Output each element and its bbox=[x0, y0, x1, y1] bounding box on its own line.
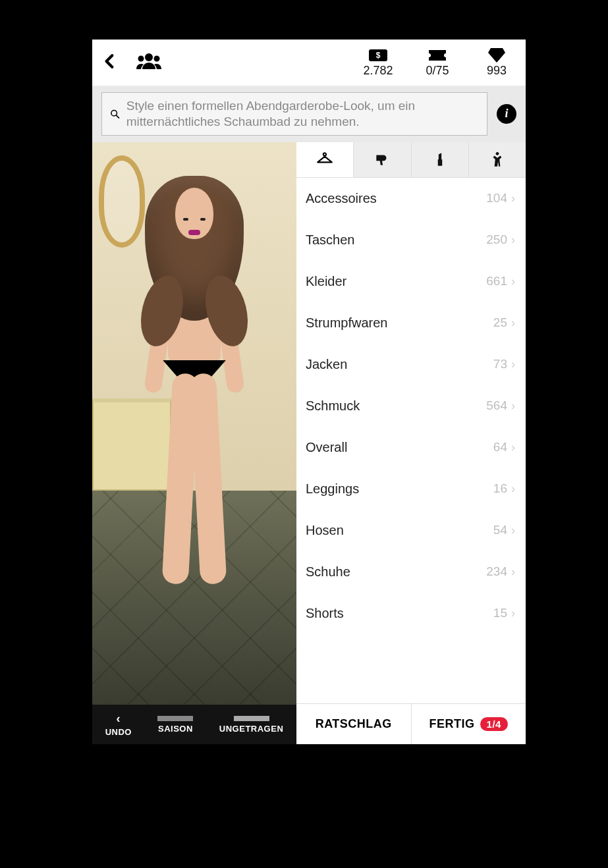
category-count: 250 bbox=[486, 232, 507, 247]
currency-cash[interactable]: $ 2.782 bbox=[358, 48, 398, 78]
currency-tickets[interactable]: 0/75 bbox=[418, 48, 457, 78]
avatar-bottom-controls: ‹ UNDO SAISON UNGETRAGEN bbox=[92, 705, 296, 744]
category-label: Overall bbox=[306, 440, 347, 455]
category-count: 104 bbox=[486, 191, 507, 205]
chevron-right-icon: › bbox=[511, 607, 515, 620]
svg-line-6 bbox=[116, 115, 119, 118]
category-row[interactable]: Taschen250› bbox=[296, 219, 526, 261]
category-count: 64 bbox=[493, 440, 507, 454]
category-meta: 661› bbox=[486, 274, 515, 288]
category-row[interactable]: Accessoires104› bbox=[296, 178, 526, 219]
category-label: Schmuck bbox=[306, 398, 360, 414]
chevron-left-icon: ‹ bbox=[117, 713, 121, 724]
done-label: FERTIG bbox=[429, 717, 475, 731]
cash-value: 2.782 bbox=[363, 64, 393, 78]
chevron-right-icon: › bbox=[511, 192, 515, 205]
svg-point-1 bbox=[138, 56, 144, 62]
category-label: Strumpfwaren bbox=[306, 315, 388, 331]
category-meta: 564› bbox=[486, 398, 515, 413]
diamond-icon bbox=[488, 48, 505, 63]
chevron-right-icon: › bbox=[511, 233, 515, 247]
chevron-right-icon: › bbox=[511, 316, 515, 330]
chevron-right-icon: › bbox=[511, 565, 515, 579]
group-icon bbox=[136, 52, 162, 70]
tickets-value: 0/75 bbox=[426, 64, 449, 78]
category-count: 54 bbox=[493, 523, 507, 537]
category-meta: 104› bbox=[486, 191, 515, 205]
unworn-label: UNGETRAGEN bbox=[219, 724, 283, 734]
bottom-action-bar: RATSCHLAG FERTIG 1/4 bbox=[296, 703, 526, 744]
tab-body[interactable] bbox=[468, 142, 526, 177]
hanger-icon bbox=[316, 151, 333, 168]
category-meta: 64› bbox=[493, 440, 515, 454]
season-filter-button[interactable]: SAISON bbox=[157, 716, 193, 734]
catalog-tabs bbox=[296, 142, 526, 178]
svg-rect-7 bbox=[437, 159, 442, 166]
lipstick-icon bbox=[431, 151, 449, 168]
category-label: Hosen bbox=[306, 523, 344, 538]
category-meta: 234› bbox=[486, 564, 515, 579]
chevron-left-icon bbox=[101, 53, 119, 70]
category-label: Taschen bbox=[306, 232, 355, 248]
category-row[interactable]: Leggings16› bbox=[296, 468, 526, 510]
season-label: SAISON bbox=[158, 724, 193, 734]
svg-point-2 bbox=[154, 56, 160, 62]
category-row[interactable]: Overall64› bbox=[296, 427, 526, 468]
category-label: Schuhe bbox=[306, 564, 350, 580]
svg-point-8 bbox=[495, 152, 499, 155]
category-count: 25 bbox=[493, 315, 507, 330]
friends-button[interactable] bbox=[136, 52, 162, 73]
chevron-right-icon: › bbox=[511, 358, 515, 371]
category-list[interactable]: Accessoires104›Taschen250›Kleider661›Str… bbox=[296, 178, 526, 704]
top-bar: $ 2.782 0/75 993 bbox=[92, 40, 526, 86]
challenge-bar: Style einen formellen Abendgarderobe-Loo… bbox=[92, 86, 526, 142]
category-count: 15 bbox=[493, 606, 507, 620]
category-label: Jacken bbox=[306, 357, 347, 372]
info-button[interactable]: i bbox=[497, 104, 516, 124]
hairdryer-icon bbox=[373, 151, 391, 168]
tab-makeup[interactable] bbox=[411, 142, 468, 177]
category-meta: 250› bbox=[486, 232, 515, 247]
undo-button[interactable]: ‹ UNDO bbox=[105, 713, 132, 737]
done-button[interactable]: FERTIG 1/4 bbox=[411, 704, 526, 744]
chevron-right-icon: › bbox=[511, 441, 515, 454]
body-icon bbox=[489, 151, 506, 168]
catalog-panel: Accessoires104›Taschen250›Kleider661›Str… bbox=[296, 142, 526, 745]
category-row[interactable]: Schmuck564› bbox=[296, 385, 526, 427]
main-area: ‹ UNDO SAISON UNGETRAGEN bbox=[92, 142, 526, 745]
avatar-model bbox=[138, 176, 250, 597]
category-label: Accessoires bbox=[306, 191, 377, 206]
category-meta: 16› bbox=[493, 481, 515, 496]
category-count: 661 bbox=[486, 274, 507, 288]
tab-hair[interactable] bbox=[353, 142, 410, 177]
gems-value: 993 bbox=[487, 64, 507, 78]
category-row[interactable]: Schuhe234› bbox=[296, 551, 526, 593]
cash-icon: $ bbox=[368, 49, 388, 62]
category-meta: 15› bbox=[493, 606, 515, 620]
category-row[interactable]: Jacken73› bbox=[296, 344, 526, 385]
category-count: 73 bbox=[493, 357, 507, 371]
app-window: $ 2.782 0/75 993 Style einen formellen A… bbox=[92, 40, 526, 744]
advice-label: RATSCHLAG bbox=[316, 717, 392, 731]
challenge-description[interactable]: Style einen formellen Abendgarderobe-Loo… bbox=[101, 92, 487, 136]
unworn-filter-button[interactable]: UNGETRAGEN bbox=[219, 716, 283, 734]
category-label: Leggings bbox=[306, 481, 359, 497]
search-icon bbox=[110, 107, 120, 121]
category-count: 234 bbox=[486, 564, 507, 579]
avatar-scene[interactable] bbox=[92, 142, 296, 705]
back-button[interactable] bbox=[101, 53, 119, 72]
challenge-text: Style einen formellen Abendgarderobe-Loo… bbox=[126, 98, 479, 130]
category-count: 16 bbox=[493, 481, 507, 496]
category-label: Kleider bbox=[306, 274, 346, 289]
done-progress-badge: 1/4 bbox=[480, 717, 508, 731]
category-row[interactable]: Kleider661› bbox=[296, 261, 526, 302]
currency-gems[interactable]: 993 bbox=[477, 48, 516, 78]
tab-clothing[interactable] bbox=[296, 142, 353, 177]
category-count: 564 bbox=[486, 398, 507, 413]
advice-button[interactable]: RATSCHLAG bbox=[296, 704, 411, 744]
category-row[interactable]: Hosen54› bbox=[296, 510, 526, 551]
category-row[interactable]: Strumpfwaren25› bbox=[296, 302, 526, 344]
category-row[interactable]: Shorts15› bbox=[296, 593, 526, 634]
category-meta: 54› bbox=[493, 523, 515, 537]
info-icon: i bbox=[505, 107, 508, 121]
